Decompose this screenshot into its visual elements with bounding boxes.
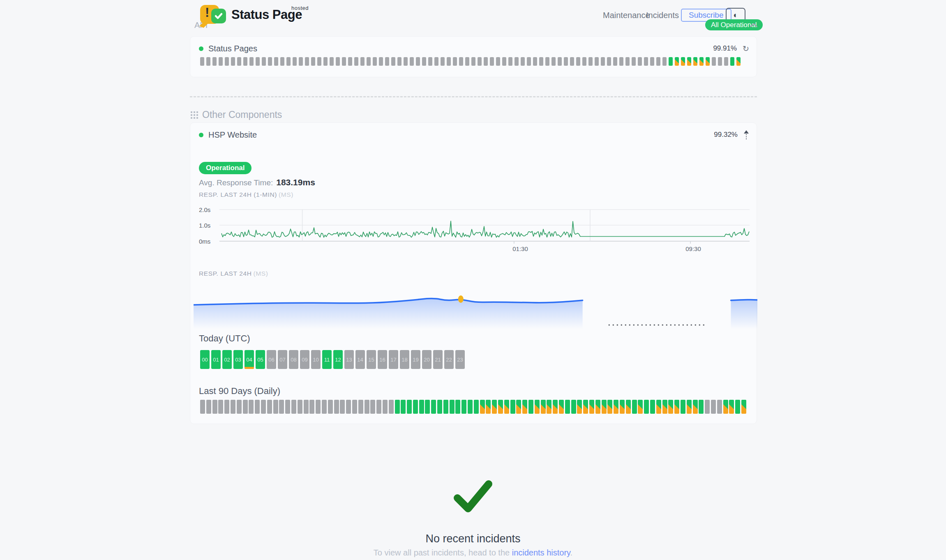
uptime-bar [256,57,260,66]
day-block [723,400,728,414]
day-block [407,400,412,414]
uptime-bar [681,57,685,66]
chart2-label: RESP. LAST 24H(MS) [199,270,268,277]
nav-incidents[interactable]: Incidents [646,11,679,20]
today-hour-blocks: 0001020304050607080910111213141516171819… [200,350,465,369]
day-block [498,400,503,414]
uptime-bar [736,57,741,66]
hour-block: 07 [278,350,287,369]
component-status-dot [199,133,203,137]
response-line-chart: 2.0s 1.0s 0ms 01:30 09:30 [199,203,752,257]
hour-block: 22 [444,350,454,369]
hour-block: 11 [322,350,332,369]
uptime-bar [379,57,383,66]
today-heading: Today (UTC) [199,333,250,344]
uptime-bar [330,57,334,66]
uptime-bar [225,57,229,66]
day-block [261,400,266,414]
day-block [218,400,223,414]
uptime-bar [669,57,673,66]
day-block [255,400,260,414]
day-block [431,400,436,414]
uptime-bar [323,57,328,66]
hour-block: 10 [311,350,321,369]
uptime-bar [219,57,223,66]
uptime-bar [262,57,266,66]
hour-block: 01 [211,350,221,369]
day-block [614,400,618,414]
day-block [437,400,442,414]
page-header: ! Status Page hosted Maintenance Inciden… [0,0,946,34]
collapse-api-chevron-icon[interactable] [750,22,758,29]
day-block [328,400,333,414]
nav-maintenance[interactable]: Maintenance [603,11,650,20]
x-tick-0130: 01:30 [508,245,533,252]
big-check-icon [450,476,496,519]
day-block [668,400,673,414]
avg-response-label: Avg. Response Time: [199,178,273,187]
uptime-bar [416,57,420,66]
uptime-bar [478,57,482,66]
day-block [267,400,272,414]
component-name: HSP Website [208,130,257,140]
day-block [389,400,394,414]
incidents-history-link[interactable]: incidents history [512,548,570,557]
uptime-bar [687,57,691,66]
uptime-bar [539,57,543,66]
uptime-bar [367,57,371,66]
day-block [291,400,296,414]
daily-uptime-bars [200,400,746,414]
hour-block: 13 [344,350,354,369]
day-block [510,400,515,414]
day-block [249,400,254,414]
day-block [358,400,363,414]
section-divider [190,96,757,97]
avg-response-value: 183.19ms [276,177,315,187]
day-block [644,400,649,414]
uptime-bar [551,57,556,66]
uptime-bar [595,57,599,66]
day-block [687,400,692,414]
uptime-bar [397,57,401,66]
uptime-percent: 99.32% [714,131,738,139]
day-block [443,400,448,414]
uptime-bar [724,57,728,66]
status-pill: Operational [199,162,251,174]
uptime-bar [249,57,254,66]
day-block [352,400,357,414]
response-area-chart [194,285,757,336]
day-block [626,400,631,414]
logo-exclamation-icon: ! [205,5,209,20]
y-tick-1s: 1.0s [199,222,216,229]
day-block [413,400,418,414]
uptime-bar [632,57,636,66]
api-status-card: Status Pages 99.91% ↻ [190,36,757,77]
day-block [243,400,248,414]
uptime-bar [385,57,389,66]
hour-block: 21 [433,350,443,369]
avg-response-line: Avg. Response Time:183.19ms [199,177,315,187]
uptime-bar [545,57,549,66]
uptime-bar [515,57,519,66]
day-block [535,400,540,414]
day-block [699,400,704,414]
refresh-icon[interactable]: ↻ [743,45,749,53]
day-block [376,400,381,414]
uptime-bar [656,57,660,66]
hour-block: 19 [411,350,420,369]
uptime-bar [662,57,667,66]
line-chart-svg [199,203,752,257]
day-block [206,400,211,414]
uptime-bar [576,57,580,66]
day-block [729,400,734,414]
day-block [401,400,406,414]
chart1-unit: (MS) [279,191,293,198]
uptime-bar [570,57,574,66]
day-block [370,400,375,414]
day-block [395,400,400,414]
uptime-bar [299,57,303,66]
hour-block: 15 [367,350,376,369]
hour-block: 00 [200,350,210,369]
day-block [231,400,235,414]
day-block [365,400,369,414]
